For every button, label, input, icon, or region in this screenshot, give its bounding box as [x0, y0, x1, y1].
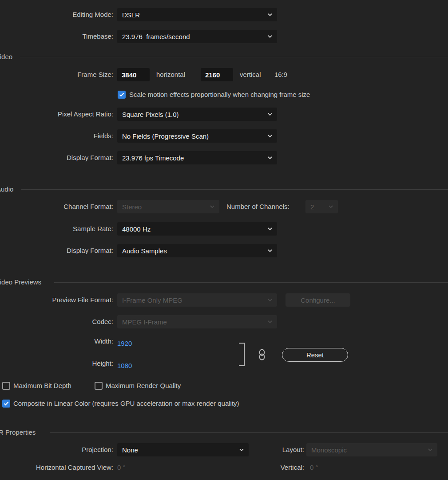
frame-width-input[interactable]: [117, 68, 150, 81]
sample-rate-select[interactable]: 48000 Hz: [117, 222, 277, 236]
number-of-channels-value: 2: [310, 203, 314, 211]
timebase-value: 23.976 frames/second: [122, 33, 190, 40]
audio-section-title: Audio: [0, 185, 13, 193]
channel-format-label: Channel Format:: [0, 200, 113, 213]
vertical-captured-view-label: Vertical:: [238, 461, 304, 474]
audio-section-divider: [21, 189, 448, 190]
scale-motion-checkbox[interactable]: [118, 91, 126, 99]
scale-motion-label: Scale motion effects proportionally when…: [129, 90, 310, 99]
chevron-down-icon: [267, 35, 273, 38]
fields-label: Fields:: [0, 129, 113, 143]
aspect-ratio-value: 16:9: [274, 68, 287, 81]
chevron-down-icon: [267, 112, 273, 116]
layout-label: Layout:: [240, 443, 304, 456]
audio-display-format-select[interactable]: Audio Samples: [117, 244, 277, 257]
video-previews-section-divider: [54, 282, 448, 283]
number-of-channels-label: Number of Channels:: [226, 200, 289, 213]
video-previews-section-title: Video Previews: [0, 278, 41, 286]
codec-select: MPEG I-Frame: [117, 315, 277, 328]
max-render-quality-checkbox[interactable]: [95, 382, 103, 390]
layout-select: Monoscopic: [306, 443, 437, 456]
chevron-down-icon: [267, 298, 273, 302]
video-section-divider: [20, 57, 448, 57]
codec-value: MPEG I-Frame: [122, 318, 167, 326]
horizontal-captured-view-label: Horizontal Captured View:: [0, 461, 113, 474]
max-render-quality-label: Maximum Render Quality: [106, 381, 181, 390]
composite-linear-checkbox[interactable]: [2, 400, 10, 408]
pixel-aspect-ratio-label: Pixel Aspect Ratio:: [0, 108, 113, 121]
codec-label: Codec:: [0, 315, 113, 328]
size-link-bracket: [239, 343, 245, 366]
sample-rate-value: 48000 Hz: [122, 225, 151, 233]
channel-format-value: Stereo: [122, 203, 142, 211]
video-section-title: Video: [0, 53, 12, 61]
timebase-select[interactable]: 23.976 frames/second: [117, 30, 277, 43]
vr-properties-section-title: VR Properties: [0, 428, 36, 436]
chevron-down-icon: [210, 205, 215, 208]
pixel-aspect-ratio-select[interactable]: Square Pixels (1.0): [117, 108, 277, 121]
chevron-down-icon: [267, 156, 273, 160]
chain-link-icon[interactable]: [258, 349, 266, 360]
checkmark-icon: [119, 92, 124, 97]
chevron-down-icon: [267, 227, 273, 231]
reset-button[interactable]: Reset: [282, 348, 348, 362]
editing-mode-select[interactable]: DSLR: [117, 8, 277, 21]
editing-mode-value: DSLR: [122, 11, 140, 19]
video-display-format-select[interactable]: 23.976 fps Timecode: [117, 151, 277, 164]
frame-vertical-label: vertical: [240, 68, 261, 81]
horizontal-captured-view-value: 0 °: [117, 461, 126, 474]
sample-rate-label: Sample Rate:: [0, 222, 113, 236]
channel-format-select: Stereo: [117, 200, 219, 213]
projection-select[interactable]: None: [117, 443, 249, 456]
preview-height-value[interactable]: 1080: [117, 361, 132, 370]
max-bit-depth-checkbox[interactable]: [2, 382, 10, 390]
pixel-aspect-ratio-value: Square Pixels (1.0): [122, 111, 179, 118]
chevron-down-icon: [428, 448, 433, 452]
audio-display-format-value: Audio Samples: [122, 247, 167, 255]
timebase-label: Timebase:: [0, 30, 113, 43]
layout-value: Monoscopic: [311, 446, 347, 454]
configure-button: Configure...: [285, 293, 350, 307]
chevron-down-icon: [267, 320, 273, 324]
fields-select[interactable]: No Fields (Progressive Scan): [117, 129, 277, 143]
frame-horizontal-label: horizontal: [156, 68, 185, 81]
chevron-down-icon: [267, 134, 273, 138]
preview-file-format-label: Preview File Format:: [0, 293, 113, 307]
video-display-format-value: 23.976 fps Timecode: [122, 154, 184, 162]
checkmark-icon: [4, 401, 9, 406]
sequence-settings-dialog: Editing Mode: DSLR Timebase: 23.976 fram…: [0, 0, 448, 480]
preview-width-value[interactable]: 1920: [117, 339, 132, 348]
chevron-down-icon: [267, 13, 273, 16]
number-of-channels-select: 2: [305, 200, 338, 213]
frame-size-label: Frame Size:: [0, 68, 113, 81]
projection-value: None: [122, 446, 138, 454]
preview-height-label: Height:: [0, 359, 113, 368]
fields-value: No Fields (Progressive Scan): [122, 132, 209, 140]
preview-file-format-value: I-Frame Only MPEG: [122, 296, 182, 304]
chevron-down-icon: [267, 249, 273, 252]
editing-mode-label: Editing Mode:: [0, 8, 113, 21]
vertical-captured-view-value: 0 °: [310, 461, 318, 474]
composite-linear-label: Composite in Linear Color (requires GPU …: [13, 399, 239, 408]
preview-width-label: Width:: [0, 337, 113, 346]
video-display-format-label: Display Format:: [0, 151, 113, 164]
projection-label: Projection:: [0, 443, 113, 456]
preview-file-format-select: I-Frame Only MPEG: [117, 293, 277, 307]
vr-properties-section-divider: [50, 432, 448, 433]
max-bit-depth-label: Maximum Bit Depth: [13, 381, 71, 390]
chevron-down-icon: [328, 205, 333, 208]
audio-display-format-label: Display Format:: [0, 244, 113, 257]
frame-height-input[interactable]: [201, 68, 233, 81]
